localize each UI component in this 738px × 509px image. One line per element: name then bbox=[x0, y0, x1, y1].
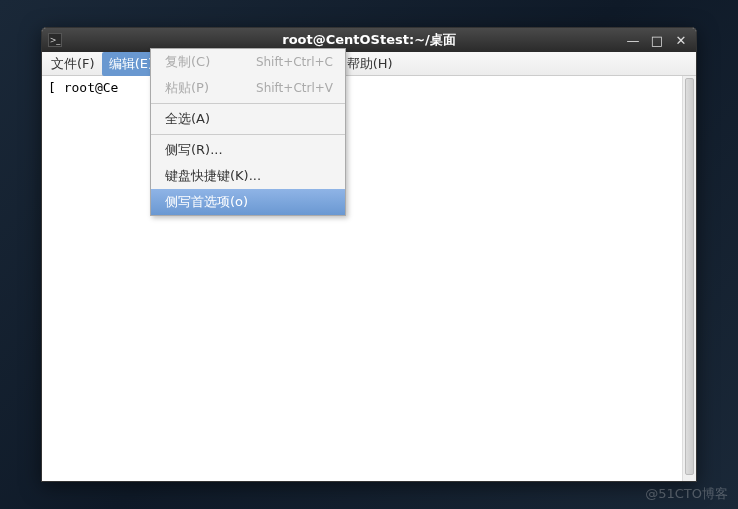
menu-item-profile-preferences[interactable]: 侧写首选项(o) bbox=[151, 189, 345, 215]
menu-item-label: 键盘快捷键(K)... bbox=[165, 167, 261, 185]
window-controls: — □ ✕ bbox=[624, 32, 690, 48]
menu-file[interactable]: 文件(F) bbox=[44, 52, 102, 76]
edit-dropdown-menu: 复制(C) Shift+Ctrl+C 粘贴(P) Shift+Ctrl+V 全选… bbox=[150, 48, 346, 216]
menu-item-shortcut: Shift+Ctrl+V bbox=[256, 81, 333, 95]
terminal-icon: >_ bbox=[48, 33, 62, 47]
terminal-prompt: [ root@Ce bbox=[48, 80, 118, 95]
menu-item-copy: 复制(C) Shift+Ctrl+C bbox=[151, 49, 345, 75]
close-button[interactable]: ✕ bbox=[672, 32, 690, 48]
menu-item-label: 复制(C) bbox=[165, 53, 210, 71]
terminal-window: >_ root@CentOStest:~/桌面 — □ ✕ 文件(F) 编辑(E… bbox=[41, 27, 697, 482]
terminal-content[interactable]: [ root@Ce bbox=[42, 76, 696, 481]
scrollbar[interactable] bbox=[682, 76, 696, 481]
menu-item-label: 全选(A) bbox=[165, 110, 210, 128]
menu-item-paste: 粘贴(P) Shift+Ctrl+V bbox=[151, 75, 345, 101]
menu-item-select-all[interactable]: 全选(A) bbox=[151, 106, 345, 132]
titlebar[interactable]: >_ root@CentOStest:~/桌面 — □ ✕ bbox=[42, 28, 696, 52]
menu-item-keyboard-shortcuts[interactable]: 键盘快捷键(K)... bbox=[151, 163, 345, 189]
menu-separator bbox=[151, 103, 345, 104]
maximize-button[interactable]: □ bbox=[648, 32, 666, 48]
window-title: root@CentOStest:~/桌面 bbox=[282, 31, 456, 49]
menu-item-label: 粘贴(P) bbox=[165, 79, 209, 97]
menu-item-profiles[interactable]: 侧写(R)... bbox=[151, 137, 345, 163]
watermark: @51CTO博客 bbox=[645, 485, 728, 503]
menu-separator bbox=[151, 134, 345, 135]
minimize-button[interactable]: — bbox=[624, 32, 642, 48]
menu-help[interactable]: 帮助(H) bbox=[340, 52, 400, 76]
menubar: 文件(F) 编辑(E) 查看(V) 搜索 (S) 终端(T) 帮助(H) bbox=[42, 52, 696, 76]
menu-item-label: 侧写(R)... bbox=[165, 141, 223, 159]
menu-item-label: 侧写首选项(o) bbox=[165, 193, 248, 211]
scrollbar-thumb[interactable] bbox=[685, 78, 694, 475]
menu-item-shortcut: Shift+Ctrl+C bbox=[256, 55, 333, 69]
